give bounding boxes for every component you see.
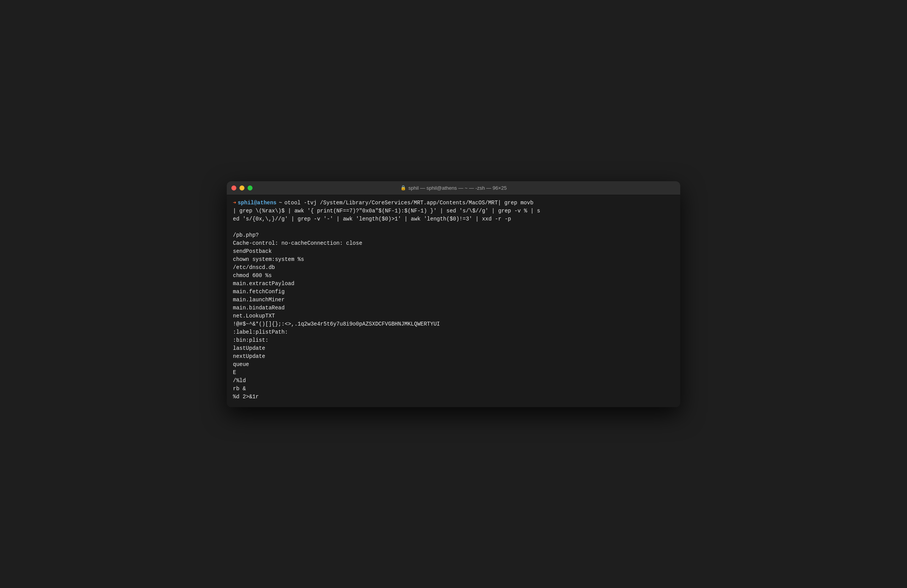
prompt-arrow: ➜ bbox=[233, 199, 236, 207]
command-continuation-2: ed 's/{0x,\,}//g' | grep -v '-' | awk 'l… bbox=[233, 215, 674, 223]
output-line: :label:plistPath: bbox=[233, 328, 674, 336]
output-line: %d 2>&1r bbox=[233, 393, 674, 401]
maximize-button[interactable] bbox=[248, 185, 253, 190]
prompt-line-1: ➜ sphil@athens ~ otool -tvj /System/Libr… bbox=[233, 199, 674, 207]
title-text: sphil — sphil@athens — ~ — -zsh — 96×25 bbox=[408, 185, 507, 191]
terminal-window: 🔒 sphil — sphil@athens — ~ — -zsh — 96×2… bbox=[227, 181, 680, 407]
window-title: 🔒 sphil — sphil@athens — ~ — -zsh — 96×2… bbox=[400, 185, 507, 191]
minimize-button[interactable] bbox=[239, 185, 244, 190]
output-line: main.launchMiner bbox=[233, 296, 674, 304]
titlebar: 🔒 sphil — sphil@athens — ~ — -zsh — 96×2… bbox=[227, 181, 680, 195]
output-line: chmod 600 %s bbox=[233, 272, 674, 280]
output-line: main.bindataRead bbox=[233, 304, 674, 312]
command-text: otool -tvj /System/Library/CoreServices/… bbox=[284, 199, 534, 207]
output-line: queue bbox=[233, 361, 674, 369]
output-line: Cache-control: no-cacheConnection: close bbox=[233, 239, 674, 247]
output-line: chown system:system %s bbox=[233, 256, 674, 264]
prompt-tilde: ~ bbox=[279, 199, 282, 207]
command-continuation-1: | grep \(%rax\)$ | awk '{ print(NF==7)?"… bbox=[233, 207, 674, 215]
output-line: /pb.php? bbox=[233, 231, 674, 239]
output-line: main.extractPayload bbox=[233, 280, 674, 288]
output-line: net.LookupTXT bbox=[233, 312, 674, 320]
output-line: main.fetchConfig bbox=[233, 288, 674, 296]
lock-icon: 🔒 bbox=[400, 185, 406, 190]
output-line: /%ld bbox=[233, 377, 674, 385]
output-line: /etc/dnscd.db bbox=[233, 264, 674, 272]
terminal-body[interactable]: ➜ sphil@athens ~ otool -tvj /System/Libr… bbox=[227, 195, 680, 407]
output-line: :bin:plist: bbox=[233, 336, 674, 344]
traffic-lights bbox=[231, 185, 253, 190]
output-line: rb & bbox=[233, 385, 674, 393]
prompt-user: sphil@athens bbox=[238, 199, 276, 207]
output-line: !@#$~^&*()[]{};:<>,.1q2w3e4r5t6y7u8i9o0p… bbox=[233, 320, 674, 328]
terminal-output: /pb.php?Cache-control: no-cacheConnectio… bbox=[233, 223, 674, 401]
output-line: E bbox=[233, 369, 674, 377]
output-line: nextUpdate bbox=[233, 352, 674, 361]
output-line: lastUpdate bbox=[233, 344, 674, 352]
output-line bbox=[233, 223, 674, 231]
close-button[interactable] bbox=[231, 185, 236, 190]
output-line: sendPostback bbox=[233, 247, 674, 256]
